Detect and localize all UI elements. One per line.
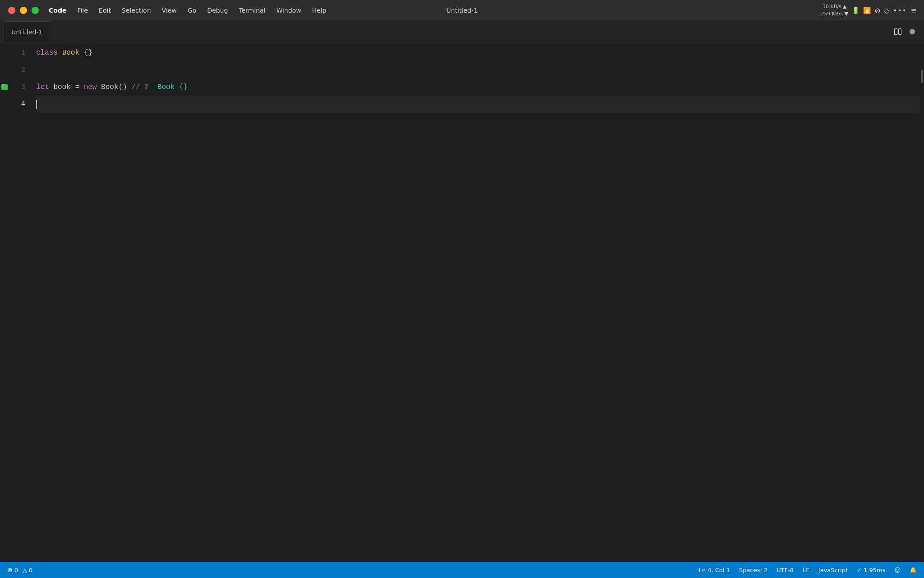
status-left: ⊗ 0 △ 0 [7, 566, 32, 573]
code-line-1: class Book {} [36, 44, 919, 61]
wifi-icon: 📶 [863, 7, 871, 14]
bp-slot-4 [0, 96, 9, 113]
menu-debug[interactable]: Debug [202, 5, 233, 16]
tab-actions [893, 27, 924, 36]
system-tray: 30 KB/s ▲ 259 KB/s ▼ 🔋 📶 ⊘ ◇ ••• ≡ [821, 4, 924, 18]
line-num-4: 4 [21, 96, 25, 113]
language-label: JavaScript [818, 567, 848, 573]
encoding-label: UTF-8 [776, 567, 794, 573]
token-space-3b: Book() [97, 79, 131, 96]
status-right: Ln 4, Col 1 Spaces: 2 UTF-8 LF JavaScrip… [699, 567, 917, 573]
line-ending[interactable]: LF [803, 567, 809, 573]
token-space-3a: book = [49, 79, 84, 96]
token-class-keyword: class [36, 44, 58, 61]
encoding[interactable]: UTF-8 [776, 567, 794, 573]
traffic-lights [0, 7, 39, 14]
more-icon[interactable]: ••• [893, 7, 907, 14]
title-bar: Code File Edit Selection View Go Debug T… [0, 0, 924, 21]
token-book-classname: Book [62, 44, 79, 61]
breakpoint-gutter [0, 42, 9, 562]
close-button[interactable] [8, 7, 15, 14]
bell-icon: 🔔 [910, 567, 917, 573]
network-speed: 30 KB/s ▲ 259 KB/s ▼ [821, 4, 848, 18]
menu-terminal[interactable]: Terminal [233, 5, 271, 16]
line-num-2: 2 [21, 61, 25, 79]
minimize-button[interactable] [20, 7, 27, 14]
bp-slot-1 [0, 44, 9, 61]
timing-label: ✓ 1.95ms [857, 567, 885, 573]
line-num-1: 1 [21, 44, 25, 61]
menu-bar: Code File Edit Selection View Go Debug T… [43, 5, 821, 16]
menu-edit[interactable]: Edit [93, 5, 116, 16]
code-line-4 [36, 96, 919, 113]
spaces-setting[interactable]: Spaces: 2 [739, 567, 767, 573]
error-count[interactable]: ⊗ 0 △ 0 [7, 566, 32, 573]
warning-number: 0 [29, 567, 32, 573]
language-selector[interactable]: JavaScript [818, 567, 848, 573]
notification-bell[interactable]: 🔔 [910, 567, 917, 573]
network-down: 259 KB/s ▼ [821, 11, 848, 17]
token-new: new [84, 79, 97, 96]
extension-icon: ◇ [884, 6, 890, 15]
position-label: Ln 4, Col 1 [699, 567, 730, 573]
tab-label: Untitled-1 [11, 28, 42, 36]
menu-view[interactable]: View [157, 5, 182, 16]
menu-window[interactable]: Window [271, 5, 306, 16]
maximize-button[interactable] [32, 7, 39, 14]
cursor-position[interactable]: Ln 4, Col 1 [699, 567, 730, 573]
line-ending-label: LF [803, 567, 809, 573]
token-empty-2 [36, 61, 41, 79]
editor-area[interactable]: 1 2 3 4 class Book {} let book = new Boo… [0, 42, 924, 562]
warning-icon: △ [23, 567, 27, 573]
token-let: let [36, 79, 49, 96]
editor-tab-untitled[interactable]: Untitled-1 [4, 21, 50, 42]
timing-info[interactable]: ✓ 1.95ms [857, 567, 885, 573]
token-space-3c [149, 79, 157, 96]
menu-go[interactable]: Go [182, 5, 202, 16]
network-up: 30 KB/s ▲ [822, 4, 847, 10]
menu-file[interactable]: File [72, 5, 93, 16]
spaces-label: Spaces: 2 [739, 567, 767, 573]
vertical-scrollbar[interactable] [919, 42, 924, 562]
battery-icon: 🔋 [852, 7, 859, 14]
bp-slot-2 [0, 61, 9, 79]
token-space [58, 44, 62, 61]
token-inline-type: Book {} [157, 79, 188, 96]
token-braces-1: {} [79, 44, 92, 61]
code-editor[interactable]: class Book {} let book = new Book() // ?… [32, 42, 919, 562]
breakpoint-dot[interactable] [1, 84, 8, 90]
slash-icon: ⊘ [874, 6, 880, 15]
smiley-icon: ☺ [894, 567, 901, 573]
code-line-2 [36, 61, 919, 79]
line-numbers: 1 2 3 4 [9, 42, 32, 562]
menu-selection[interactable]: Selection [116, 5, 157, 16]
menu-app-name[interactable]: Code [43, 5, 72, 16]
list-icon[interactable]: ≡ [911, 6, 917, 15]
split-editor-button[interactable] [893, 27, 902, 36]
smiley-button[interactable]: ☺ [894, 567, 901, 573]
line-num-3: 3 [21, 79, 25, 96]
menu-help[interactable]: Help [307, 5, 332, 16]
unsaved-indicator [908, 27, 917, 36]
tab-bar: Untitled-1 [0, 21, 924, 42]
code-line-3: let book = new Book() // ? Book {} [36, 79, 919, 96]
status-bar: ⊗ 0 △ 0 Ln 4, Col 1 Spaces: 2 UTF-8 LF J… [0, 562, 924, 578]
bp-slot-3 [0, 79, 9, 96]
scroll-thumb[interactable] [921, 70, 923, 83]
token-comment-slashes: // ? [131, 79, 148, 96]
text-cursor [36, 100, 37, 109]
error-icon: ⊗ [7, 566, 13, 573]
error-number: 0 [14, 567, 18, 573]
